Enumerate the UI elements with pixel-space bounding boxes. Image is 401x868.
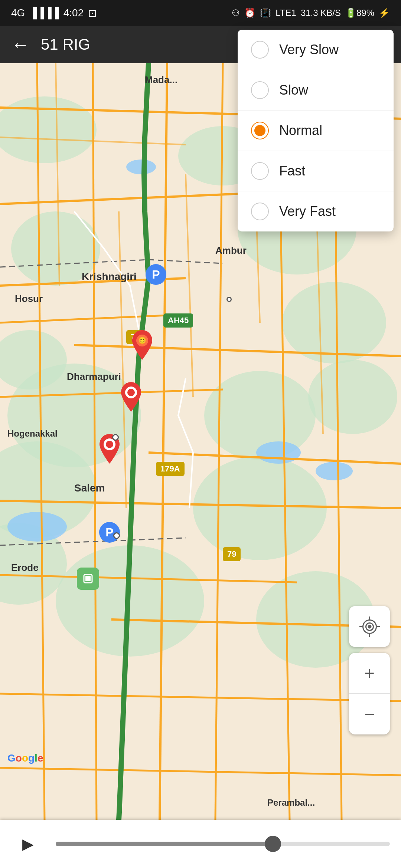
road-badge-179a: 179A <box>156 462 185 476</box>
svg-text:😊: 😊 <box>138 336 147 345</box>
small-circle-1 <box>113 532 120 539</box>
svg-point-17 <box>316 462 353 480</box>
zoom-out-button[interactable]: − <box>349 694 390 734</box>
back-button[interactable]: ← <box>11 34 30 55</box>
svg-point-3 <box>11 211 100 286</box>
status-right: ⚇ ⏰ 📳 LTE1 31.3 KB/S 🔋89% ⚡ <box>232 8 390 18</box>
speed-option-fast[interactable]: Fast <box>238 151 394 191</box>
radio-slow <box>251 81 269 99</box>
lte-icon: LTE1 <box>276 8 296 18</box>
svg-line-39 <box>186 174 193 397</box>
speed-label-normal: Normal <box>279 123 322 138</box>
speed-label-very-slow: Very Slow <box>279 42 339 57</box>
road-badge-79: 79 <box>223 547 241 561</box>
svg-point-16 <box>7 512 67 542</box>
speed-option-normal[interactable]: Normal <box>238 111 394 151</box>
small-circle-2 <box>112 434 119 441</box>
green-square-marker <box>77 568 99 590</box>
google-logo: Google <box>7 752 43 764</box>
speed-label-fast: Fast <box>279 163 305 179</box>
svg-point-14 <box>126 160 156 174</box>
status-left: 4G ▐▐▐▐ 4:02 ⊡ <box>11 7 97 19</box>
playback-slider[interactable] <box>56 842 390 846</box>
locate-me-button[interactable] <box>349 606 390 647</box>
small-circle-3 <box>226 297 232 302</box>
svg-point-15 <box>256 441 301 464</box>
radio-very-slow <box>251 41 269 59</box>
svg-point-48 <box>127 389 135 396</box>
svg-line-43 <box>149 260 223 263</box>
zoom-in-button[interactable]: + <box>349 653 390 694</box>
bluetooth-icon: ⚇ <box>232 8 240 18</box>
parking-marker-1: P <box>146 264 166 285</box>
slider-thumb[interactable] <box>265 836 281 852</box>
time: 4:02 <box>63 7 84 19</box>
svg-rect-52 <box>85 576 91 581</box>
signal-bars: ▐▐▐▐ <box>29 7 59 19</box>
svg-point-4 <box>282 282 386 364</box>
slider-track <box>56 842 390 846</box>
speed-option-very-slow[interactable]: Very Slow <box>238 30 394 70</box>
radio-normal-fill <box>254 125 265 136</box>
usb-icon: ⊡ <box>88 7 97 19</box>
speed-option-slow[interactable]: Slow <box>238 70 394 111</box>
svg-point-55 <box>368 625 371 628</box>
play-button[interactable]: ▶ <box>11 827 45 861</box>
bottom-bar: ▶ <box>0 820 401 868</box>
signal-icon: 4G <box>11 7 25 19</box>
speed-label-very-fast: Very Fast <box>279 204 336 219</box>
radio-very-fast <box>251 203 269 220</box>
zoom-controls: + − <box>349 653 390 734</box>
speed-indicator: 31.3 KB/S <box>301 8 341 18</box>
charging-icon: ⚡ <box>379 8 390 18</box>
route-marker-1: 😊 <box>129 330 155 363</box>
speed-option-very-fast[interactable]: Very Fast <box>238 191 394 231</box>
svg-point-10 <box>193 456 327 560</box>
svg-line-32 <box>160 63 167 820</box>
status-bar: 4G ▐▐▐▐ 4:02 ⊡ ⚇ ⏰ 📳 LTE1 31.3 KB/S 🔋89%… <box>0 0 401 26</box>
speed-label-slow: Slow <box>279 82 308 98</box>
page-title: 51 RIG <box>41 36 90 53</box>
route-marker-3 <box>97 434 123 467</box>
map-controls: + − <box>349 606 390 734</box>
svg-point-0 <box>0 96 97 163</box>
radio-fast <box>251 162 269 180</box>
vibrate-icon: 📳 <box>260 8 271 18</box>
slider-fill <box>56 842 273 846</box>
battery-icon: 🔋89% <box>345 8 374 18</box>
alarm-icon: ⏰ <box>244 8 255 18</box>
radio-normal <box>251 122 269 139</box>
svg-point-50 <box>106 441 113 448</box>
road-badge-ah45: AH45 <box>163 313 193 328</box>
route-marker-2 <box>118 382 144 415</box>
speed-dropdown: Very Slow Slow Normal Fast Very Fast <box>238 30 394 231</box>
